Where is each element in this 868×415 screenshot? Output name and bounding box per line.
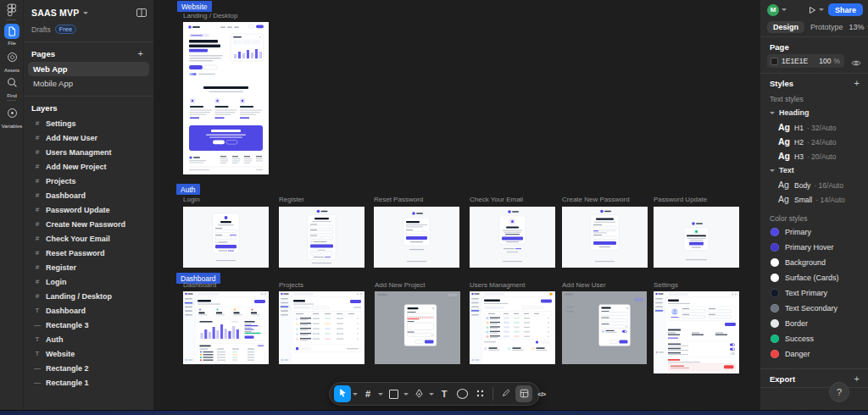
page-color-hex[interactable]: 1E1E1E bbox=[782, 57, 808, 65]
code-view-tool[interactable]: </> bbox=[533, 385, 550, 402]
figma-logo-icon[interactable] bbox=[7, 3, 17, 20]
frame-register[interactable] bbox=[279, 207, 364, 268]
frame-name-create-password[interactable]: Create New Password bbox=[562, 196, 630, 203]
frame-name-check-email[interactable]: Check Your Email bbox=[470, 196, 523, 203]
share-button[interactable]: Share bbox=[828, 3, 863, 16]
color-style-danger[interactable]: Danger bbox=[760, 346, 868, 362]
layer-item-website-text[interactable]: TWebsite bbox=[24, 346, 153, 361]
layer-item-register[interactable]: #Register bbox=[24, 260, 153, 274]
section-label-auth[interactable]: Auth bbox=[176, 184, 200, 195]
sidebar-item-file[interactable]: File bbox=[0, 24, 24, 46]
text-style-h1[interactable]: Ag H1 · 32/Auto bbox=[760, 119, 868, 134]
minimize-sidebar-icon[interactable] bbox=[136, 5, 147, 20]
layer-item-add-new-project[interactable]: #Add New Project bbox=[24, 159, 153, 174]
frame-name-login[interactable]: Login bbox=[183, 196, 200, 203]
frame-projects[interactable] bbox=[279, 291, 364, 364]
sidebar-item-assets[interactable]: Assets bbox=[0, 51, 24, 73]
layer-item-login[interactable]: #Login bbox=[24, 274, 153, 289]
dev-mode-toggle[interactable] bbox=[515, 385, 532, 402]
layer-item-dashboard-text[interactable]: TDashboard bbox=[24, 303, 153, 318]
layer-item-add-new-user[interactable]: #Add New User bbox=[24, 130, 153, 145]
frame-name-dashboard[interactable]: Dashboard bbox=[183, 281, 216, 289]
present-play-icon[interactable] bbox=[808, 3, 816, 18]
annotate-tool[interactable] bbox=[498, 385, 515, 402]
tab-prototype[interactable]: Prototype bbox=[810, 23, 843, 31]
move-tool[interactable] bbox=[334, 385, 351, 402]
move-tool-chevron[interactable] bbox=[352, 393, 359, 396]
frame-name-projects[interactable]: Projects bbox=[279, 281, 303, 289]
layer-item-dashboard[interactable]: #Dashboard bbox=[24, 188, 153, 202]
text-style-h3[interactable]: Ag H3 · 20/Auto bbox=[760, 148, 868, 163]
shape-tool-chevron[interactable] bbox=[403, 393, 409, 396]
frame-check-your-email[interactable] bbox=[470, 207, 555, 268]
avatar[interactable]: M bbox=[767, 4, 779, 16]
layer-item-rectangle-2[interactable]: —Rectangle 2 bbox=[24, 361, 153, 375]
text-tool[interactable]: T bbox=[436, 385, 453, 402]
frame-landing-desktop[interactable] bbox=[183, 22, 269, 174]
shape-tool[interactable] bbox=[385, 385, 402, 402]
sidebar-item-find[interactable]: Find bbox=[0, 76, 24, 98]
add-style-button[interactable]: + bbox=[854, 79, 860, 88]
page-color-input[interactable]: 1E1E1E 100 % bbox=[767, 54, 844, 68]
frame-name-settings[interactable]: Settings bbox=[654, 281, 678, 289]
style-group-heading[interactable]: Heading bbox=[760, 105, 868, 119]
layer-item-settings[interactable]: #Settings bbox=[24, 116, 153, 130]
present-chevron-icon[interactable] bbox=[819, 8, 824, 11]
frame-name-register[interactable]: Register bbox=[279, 196, 304, 203]
color-style-surface-cards[interactable]: Surface (Cards) bbox=[760, 270, 868, 285]
layer-item-landing-desktop[interactable]: #Landing / Desktop bbox=[24, 289, 153, 303]
text-style-small[interactable]: Ag Small · 14/Auto bbox=[760, 191, 868, 206]
pen-tool[interactable] bbox=[410, 385, 427, 402]
page-color-swatch[interactable] bbox=[771, 58, 778, 65]
layer-item-auth-text[interactable]: TAuth bbox=[24, 332, 153, 346]
frame-password-update[interactable] bbox=[654, 207, 739, 268]
color-style-background[interactable]: Background bbox=[760, 255, 868, 270]
page-opacity-value[interactable]: 100 bbox=[819, 57, 831, 65]
color-style-border[interactable]: Border bbox=[760, 316, 868, 331]
frame-dashboard[interactable] bbox=[183, 291, 269, 364]
layer-item-check-your-email[interactable]: #Check Your Email bbox=[24, 231, 153, 246]
frame-name-add-project[interactable]: Add New Project bbox=[375, 281, 426, 289]
help-button[interactable]: ? bbox=[829, 382, 849, 402]
frame-reset-password[interactable] bbox=[374, 207, 459, 268]
sidebar-item-variables[interactable]: Variables bbox=[0, 107, 24, 129]
visibility-eye-icon[interactable] bbox=[851, 55, 861, 70]
zoom-level-control[interactable]: 13% bbox=[849, 23, 868, 31]
actions-tool[interactable] bbox=[471, 385, 488, 402]
color-style-primary[interactable]: Primary bbox=[760, 224, 868, 240]
pen-tool-chevron[interactable] bbox=[428, 393, 435, 396]
frame-create-new-password[interactable] bbox=[562, 207, 648, 268]
breadcrumb-drafts[interactable]: Drafts bbox=[31, 25, 51, 34]
layer-item-projects[interactable]: #Projects bbox=[24, 174, 153, 188]
layer-item-users-managment[interactable]: #Users Managment bbox=[24, 145, 153, 159]
frame-tool-chevron[interactable] bbox=[377, 393, 384, 396]
color-style-primary-hover[interactable]: Primary Hover bbox=[760, 240, 868, 255]
tab-design[interactable]: Design bbox=[767, 21, 804, 33]
section-label-website[interactable]: Website bbox=[177, 1, 212, 12]
frame-tool[interactable]: # bbox=[359, 385, 376, 402]
frame-name-password-update[interactable]: Password Update bbox=[654, 196, 707, 203]
page-item-web-app[interactable]: Web App bbox=[28, 62, 149, 76]
page-item-mobile-app[interactable]: Mobile App bbox=[28, 76, 149, 91]
layer-item-rectangle-3[interactable]: —Rectangle 3 bbox=[24, 318, 153, 332]
frame-name-reset-password[interactable]: Reset Password bbox=[374, 196, 423, 203]
frame-name-add-user[interactable]: Add New User bbox=[562, 281, 606, 289]
frame-add-new-user[interactable] bbox=[562, 291, 647, 364]
add-export-button[interactable]: + bbox=[854, 374, 860, 384]
layer-item-reset-password[interactable]: #Reset Password bbox=[24, 246, 153, 260]
text-style-body[interactable]: Ag Body · 16/Auto bbox=[760, 177, 868, 191]
color-style-success[interactable]: Success bbox=[760, 331, 868, 346]
frame-users-managment[interactable] bbox=[470, 291, 555, 364]
frame-name-landing[interactable]: Landing / Desktop bbox=[183, 12, 238, 19]
frame-add-new-project[interactable] bbox=[375, 291, 460, 364]
project-menu-chevron-icon[interactable] bbox=[83, 12, 88, 14]
style-group-text[interactable]: Text bbox=[760, 163, 868, 177]
frame-name-users[interactable]: Users Managment bbox=[470, 281, 525, 289]
color-style-text-secondary[interactable]: Text Secondary bbox=[760, 301, 868, 316]
layer-item-password-update[interactable]: #Password Update bbox=[24, 202, 153, 217]
layer-item-create-new-password[interactable]: #Create New Password bbox=[24, 217, 153, 231]
add-page-button[interactable]: + bbox=[138, 49, 143, 58]
comment-tool[interactable] bbox=[453, 385, 470, 402]
text-style-h2[interactable]: Ag H2 · 24/Auto bbox=[760, 134, 868, 148]
color-style-text-primary[interactable]: Text Primary bbox=[760, 285, 868, 301]
